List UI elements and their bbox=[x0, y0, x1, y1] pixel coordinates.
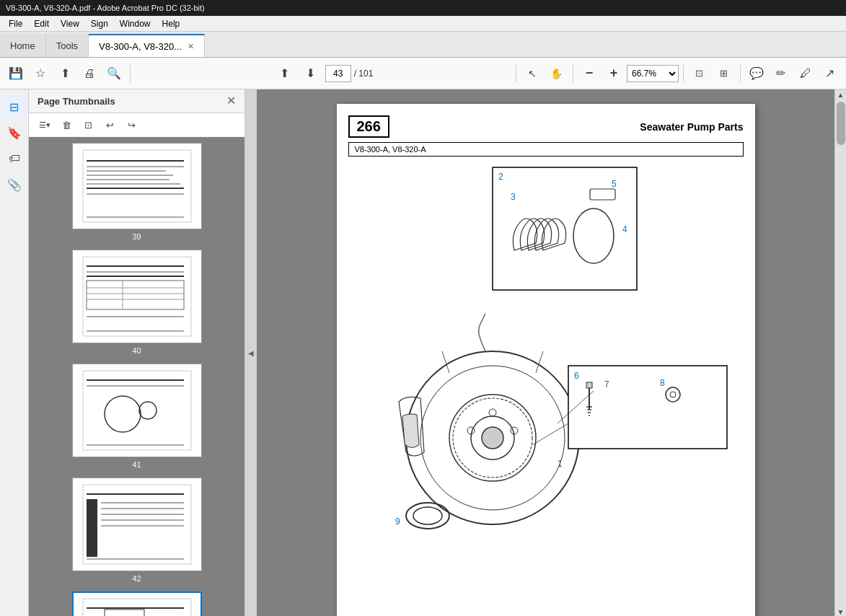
menu-help[interactable]: Help bbox=[157, 17, 186, 30]
share-button[interactable]: ↗ bbox=[819, 62, 842, 85]
zoom-out-button[interactable]: − bbox=[578, 62, 601, 85]
nav-controls: ⬆ ⬇ / 101 bbox=[273, 62, 374, 85]
bookmarks-sidebar-icon[interactable]: 🔖 bbox=[3, 121, 26, 144]
bookmark-button[interactable]: ☆ bbox=[29, 62, 52, 85]
tab-home[interactable]: Home bbox=[0, 34, 46, 57]
thumbnail-39[interactable]: 39 bbox=[35, 143, 239, 241]
panel-close-button[interactable]: ✕ bbox=[226, 95, 236, 107]
zoom-in-button[interactable]: + bbox=[602, 62, 625, 85]
panel-view-button[interactable]: ☰▾ bbox=[35, 116, 55, 133]
thumbnail-label-40: 40 bbox=[132, 346, 141, 355]
menu-bar: File Edit View Sign Window Help bbox=[0, 16, 846, 32]
save-button[interactable]: 💾 bbox=[4, 62, 27, 85]
panel-toolbar: ☰▾ 🗑 ⊡ ↩ ↪ bbox=[29, 113, 244, 137]
thumbnail-image-42 bbox=[72, 478, 202, 571]
cursor-tool-button[interactable]: ↖ bbox=[521, 62, 544, 85]
thumbnail-svg-40 bbox=[79, 253, 195, 340]
upload-button[interactable]: ⬆ bbox=[53, 62, 76, 85]
tags-sidebar-icon[interactable]: 🏷 bbox=[3, 147, 26, 170]
tab-document[interactable]: V8-300-A, V8-320... ✕ bbox=[89, 34, 205, 57]
thumbnail-image-43 bbox=[72, 591, 202, 616]
separator-4 bbox=[683, 65, 684, 82]
svg-point-55 bbox=[482, 427, 503, 449]
thumbnails-area[interactable]: 39 bbox=[29, 137, 244, 616]
nav-down-button[interactable]: ⬇ bbox=[299, 62, 322, 85]
svg-text:4: 4 bbox=[622, 224, 627, 234]
thumbnail-svg-39 bbox=[79, 146, 195, 226]
thumbnail-42[interactable]: 42 bbox=[35, 478, 239, 583]
page-header: 266 Seawater Pump Parts bbox=[348, 115, 744, 138]
svg-line-57 bbox=[442, 351, 449, 373]
thumbnails-panel: Page Thumbnails ✕ ☰▾ 🗑 ⊡ ↩ ↪ bbox=[29, 89, 245, 616]
svg-text:2: 2 bbox=[498, 172, 503, 182]
panel-collapse-handle[interactable]: ◀ bbox=[245, 89, 257, 616]
thumbnail-40[interactable]: 40 bbox=[35, 250, 239, 355]
tab-close-button[interactable]: ✕ bbox=[188, 42, 194, 51]
page-title: Seawater Pump Parts bbox=[640, 121, 743, 133]
search-button[interactable]: 🔍 bbox=[102, 62, 125, 85]
thumbnail-43[interactable]: 43 bbox=[35, 591, 239, 616]
svg-rect-29 bbox=[87, 499, 97, 557]
scrollbar-up-arrow[interactable]: ▲ bbox=[837, 91, 845, 99]
menu-file[interactable]: File bbox=[3, 17, 28, 30]
panel-header: Page Thumbnails ✕ bbox=[29, 89, 244, 113]
svg-text:9: 9 bbox=[395, 516, 400, 527]
menu-edit[interactable]: Edit bbox=[28, 17, 55, 30]
panel-extract-button[interactable]: ⊡ bbox=[78, 116, 98, 133]
parts-diagram-svg: 2 3 bbox=[348, 164, 745, 589]
fit-page-button[interactable]: ⊡ bbox=[688, 62, 711, 85]
comment-button[interactable]: 💬 bbox=[745, 62, 768, 85]
svg-point-79 bbox=[413, 507, 442, 524]
zoom-select[interactable]: 66.7% 50% 75% 100% 125% 150% bbox=[627, 65, 679, 82]
pen-button[interactable]: ✏ bbox=[770, 62, 793, 85]
tab-tools-label: Tools bbox=[56, 40, 78, 51]
separator-1 bbox=[130, 65, 131, 82]
separator-2 bbox=[516, 65, 516, 82]
nav-up-button[interactable]: ⬆ bbox=[273, 62, 296, 85]
pdf-scrollbar[interactable]: ▲ ▼ bbox=[834, 89, 846, 616]
svg-text:8: 8 bbox=[660, 378, 665, 388]
stamp-button[interactable]: 🖊 bbox=[794, 62, 817, 85]
svg-text:5: 5 bbox=[612, 179, 617, 189]
panel-title: Page Thumbnails bbox=[38, 96, 115, 107]
page-subtitle: V8-300-A, V8-320-A bbox=[348, 142, 744, 157]
menu-view[interactable]: View bbox=[55, 17, 85, 30]
panel-delete-button[interactable]: 🗑 bbox=[56, 116, 76, 133]
menu-sign[interactable]: Sign bbox=[85, 17, 114, 30]
svg-text:6: 6 bbox=[574, 371, 579, 381]
svg-line-58 bbox=[536, 351, 543, 373]
thumbnail-41[interactable]: 41 bbox=[35, 364, 239, 469]
thumbnail-svg-41 bbox=[79, 367, 195, 454]
scrollbar-thumb[interactable] bbox=[837, 102, 845, 145]
print-button[interactable]: 🖨 bbox=[78, 62, 101, 85]
thumbnail-label-41: 41 bbox=[132, 460, 141, 469]
main-layout: ⊟ 🔖 🏷 📎 Page Thumbnails ✕ ☰▾ 🗑 ⊡ ↩ ↪ bbox=[0, 89, 846, 616]
svg-point-61 bbox=[489, 409, 496, 416]
hand-tool-button[interactable]: ✋ bbox=[545, 62, 568, 85]
thumbnail-svg-43 bbox=[79, 595, 195, 616]
svg-line-75 bbox=[532, 423, 568, 445]
separator-3 bbox=[573, 65, 573, 82]
scrollbar-down-arrow[interactable]: ▼ bbox=[837, 608, 845, 616]
thumbnails-sidebar-icon[interactable]: ⊟ bbox=[3, 95, 26, 118]
pdf-content-area[interactable]: 266 Seawater Pump Parts V8-300-A, V8-320… bbox=[257, 89, 834, 616]
svg-text:7: 7 bbox=[604, 379, 609, 390]
menu-window[interactable]: Window bbox=[114, 17, 157, 30]
fit-width-button[interactable]: ⊞ bbox=[713, 62, 736, 85]
page-number-input[interactable] bbox=[325, 65, 351, 82]
attachments-sidebar-icon[interactable]: 📎 bbox=[3, 173, 26, 196]
svg-rect-21 bbox=[83, 371, 191, 450]
page-total: / 101 bbox=[354, 69, 374, 79]
pdf-page: 266 Seawater Pump Parts V8-300-A, V8-320… bbox=[337, 104, 755, 616]
svg-rect-27 bbox=[83, 485, 191, 564]
panel-redo-button[interactable]: ↪ bbox=[121, 116, 141, 133]
thumbnail-image-39 bbox=[72, 143, 202, 229]
tab-document-label: V8-300-A, V8-320... bbox=[99, 41, 182, 52]
thumbnail-image-40 bbox=[72, 250, 202, 343]
tab-tools[interactable]: Tools bbox=[46, 34, 89, 57]
toolbar: 💾 ☆ ⬆ 🖨 🔍 ⬆ ⬇ / 101 ↖ ✋ − + 66.7% 50% 75… bbox=[0, 58, 846, 89]
panel-undo-button[interactable]: ↩ bbox=[100, 116, 120, 133]
diagram-area: 2 3 bbox=[348, 164, 744, 597]
svg-rect-10 bbox=[83, 257, 191, 336]
thumbnail-label-42: 42 bbox=[132, 574, 141, 583]
